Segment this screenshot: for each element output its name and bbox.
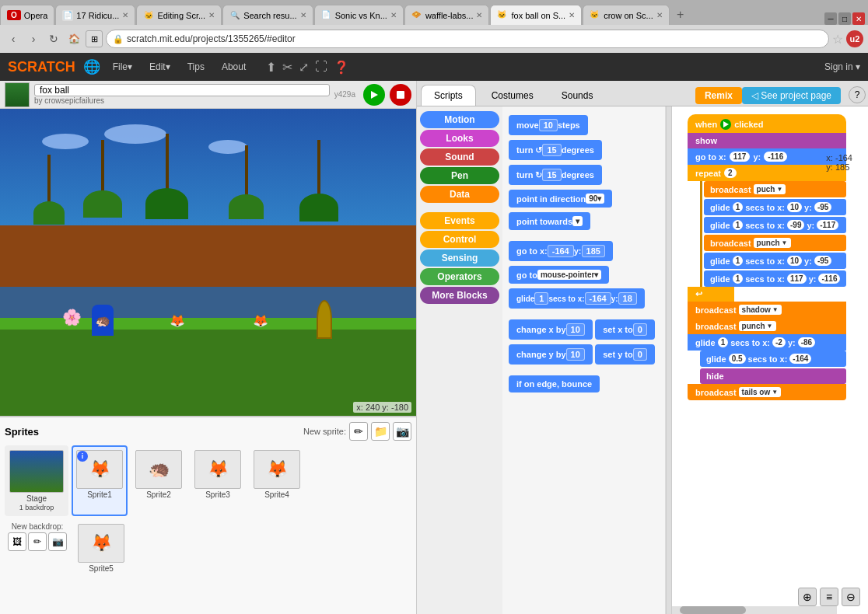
sprite-item-sprite4[interactable]: 🦊 Sprite4 [249, 445, 305, 516]
divider-handle[interactable] [666, 106, 672, 614]
pencil-backdrop-btn[interactable]: ✏ [28, 532, 47, 551]
tab-scripts[interactable]: Scripts [421, 85, 476, 106]
zoom-reset-btn[interactable]: ≡ [820, 588, 838, 606]
scratch-logo[interactable]: SCRATCH [8, 59, 75, 75]
block-hide[interactable]: hide [700, 368, 846, 384]
category-events[interactable]: Events [420, 212, 499, 229]
sprite-item-sprite3[interactable]: 🦊 Sprite3 [190, 445, 246, 516]
block-point-direction[interactable]: point in direction 90▾ [509, 190, 612, 208]
menu-about[interactable]: About [217, 60, 250, 74]
block-broadcast-punch2[interactable]: broadcast punch ▼ [688, 318, 846, 334]
block-glide-5[interactable]: glide 1 secs to x: -2 y: -86 [688, 334, 846, 351]
category-pen[interactable]: Pen [420, 167, 499, 184]
close-btn[interactable]: ✕ [852, 12, 865, 25]
grid-button[interactable]: ⊞ [86, 30, 103, 47]
remix-button[interactable]: Remix [695, 87, 742, 104]
tab-close-search[interactable]: ✕ [300, 11, 306, 19]
h-scrollbar-thumb[interactable] [680, 606, 746, 614]
tab-close-crow[interactable]: ✕ [656, 11, 663, 19]
tab-opera[interactable]: O Opera [0, 5, 54, 25]
sprite-item-sprite2[interactable]: 🦔 Sprite2 [131, 445, 187, 516]
upload-icon[interactable]: ⬆ [266, 60, 276, 75]
globe-icon[interactable]: 🌐 [83, 58, 100, 75]
script-canvas[interactable]: when clicked 🦊 show go to x: 117 y: -116 [672, 106, 868, 614]
category-sound[interactable]: Sound [420, 148, 499, 166]
block-glide-6[interactable]: glide 0.5 secs to x: -164 [700, 351, 846, 367]
tab-close-sonic[interactable]: ✕ [390, 11, 397, 19]
block-go-to[interactable]: go to mouse-pointer▾ [509, 266, 609, 284]
block-glide-3[interactable]: glide 1 secs to x: 10 y: -95 [704, 253, 846, 269]
block-go-to-xy[interactable]: go to x: -164 y: 185 [509, 241, 613, 261]
block-change-x[interactable]: change x by 10 [509, 319, 593, 340]
block-set-y[interactable]: set y to 0 [595, 344, 655, 365]
see-project-button[interactable]: ◁ See project page [742, 87, 841, 104]
refresh-button[interactable]: ↻ [45, 30, 62, 47]
tab-close-editing[interactable]: ✕ [208, 11, 215, 19]
category-sensing[interactable]: Sensing [420, 249, 499, 267]
menu-edit[interactable]: Edit▾ [145, 60, 175, 74]
tab-waffle[interactable]: 🧇 waffle-labs... ✕ [404, 5, 490, 25]
menu-tips[interactable]: Tips [183, 60, 209, 74]
block-broadcast-puch[interactable]: broadcast puch ▼ [704, 181, 846, 197]
tab-close-17rid[interactable]: ✕ [122, 11, 128, 19]
menu-file[interactable]: File▾ [108, 60, 137, 74]
signin-link[interactable]: Sign in ▾ [824, 61, 860, 72]
tab-sonic[interactable]: 📄 Sonic vs Kn... ✕ [314, 5, 404, 25]
block-change-y[interactable]: change y by 10 [509, 344, 593, 365]
scissors-icon[interactable]: ✂ [282, 60, 292, 75]
block-move-steps[interactable]: move 10 steps [509, 115, 588, 135]
tab-search[interactable]: 🔍 Search resu... ✕ [222, 5, 313, 25]
tab-crow[interactable]: 🐱 crow on Sc... ✕ [583, 5, 670, 25]
block-if-on-edge[interactable]: if on edge, bounce [509, 375, 600, 392]
block-show[interactable]: show [688, 133, 846, 148]
sprite-item-stage[interactable]: Stage1 backdrop [5, 445, 68, 516]
block-set-x[interactable]: set x to 0 [595, 319, 655, 340]
user-avatar[interactable]: u2 [846, 30, 863, 47]
tab-close-foxball[interactable]: ✕ [569, 11, 575, 19]
help-question-btn[interactable]: ? [849, 86, 866, 103]
new-tab-button[interactable]: + [670, 5, 691, 25]
bookmark-button[interactable]: ☆ [832, 32, 843, 47]
minimize-btn[interactable]: ─ [824, 12, 837, 25]
h-scrollbar[interactable] [672, 606, 837, 614]
category-data[interactable]: Data [420, 186, 499, 203]
tab-sounds[interactable]: Sounds [549, 85, 606, 106]
paint-backdrop-btn[interactable]: 🖼 [8, 532, 26, 551]
block-glide-2[interactable]: glide 1 secs to x: -99 y: -117 [704, 217, 846, 233]
expand-icon[interactable]: ⤢ [299, 60, 309, 75]
block-repeat[interactable]: repeat 2 [688, 165, 846, 181]
paint-sprite-btn[interactable]: ✏ [349, 422, 368, 441]
sprite-info-badge[interactable]: i [77, 451, 88, 462]
folder-sprite-btn[interactable]: 📁 [371, 422, 390, 441]
tab-17rid[interactable]: 📄 17 Ridicu... ✕ [55, 5, 135, 25]
zoom-out-btn[interactable]: ⊖ [842, 588, 860, 606]
tab-foxball[interactable]: 🐱 fox ball on S... ✕ [490, 5, 582, 25]
address-bar[interactable]: 🔒 scratch.mit.edu/projects/1355265/#edit… [106, 30, 829, 48]
category-control[interactable]: Control [420, 231, 499, 248]
zoom-in-btn[interactable]: ⊕ [798, 588, 817, 606]
camera-sprite-btn[interactable]: 📷 [393, 422, 411, 441]
camera-backdrop-btn[interactable]: 📷 [48, 532, 67, 551]
back-button[interactable]: ‹ [5, 30, 22, 47]
sprite-item-sprite5[interactable]: 🦊 Sprite5 [73, 519, 129, 577]
block-turn-left[interactable]: turn ↺ 15 degrees [509, 140, 602, 160]
block-broadcast-tails[interactable]: broadcast tails ow ▼ [688, 384, 846, 400]
tab-editing[interactable]: 🐱 Editing Scr... ✕ [136, 5, 222, 25]
category-motion[interactable]: Motion [420, 111, 499, 128]
sprite-item-sprite1[interactable]: i 🦊 Sprite1 [72, 445, 128, 516]
block-turn-right[interactable]: turn ↻ 15 degrees [509, 165, 602, 185]
home-button[interactable]: 🏠 [65, 30, 82, 47]
category-more-blocks[interactable]: More Blocks [420, 287, 499, 304]
block-glide-to[interactable]: glide 1 secs to x: -164 y: 18 [509, 288, 645, 309]
block-point-towards[interactable]: point towards ▾ [509, 212, 590, 230]
green-flag-button[interactable] [363, 84, 385, 106]
block-glide-1[interactable]: glide 1 secs to x: 10 y: -95 [704, 199, 846, 215]
category-looks[interactable]: Looks [420, 130, 499, 147]
forward-button[interactable]: › [25, 30, 42, 47]
fullscreen-icon[interactable]: ⛶ [315, 60, 327, 75]
stop-button[interactable] [390, 84, 411, 106]
block-go-to-coords[interactable]: go to x: 117 y: -116 [688, 148, 846, 165]
tab-costumes[interactable]: Costumes [479, 85, 546, 106]
block-glide-4[interactable]: glide 1 secs to x: 117 y: -116 [704, 270, 846, 287]
maximize-btn[interactable]: □ [838, 12, 851, 25]
